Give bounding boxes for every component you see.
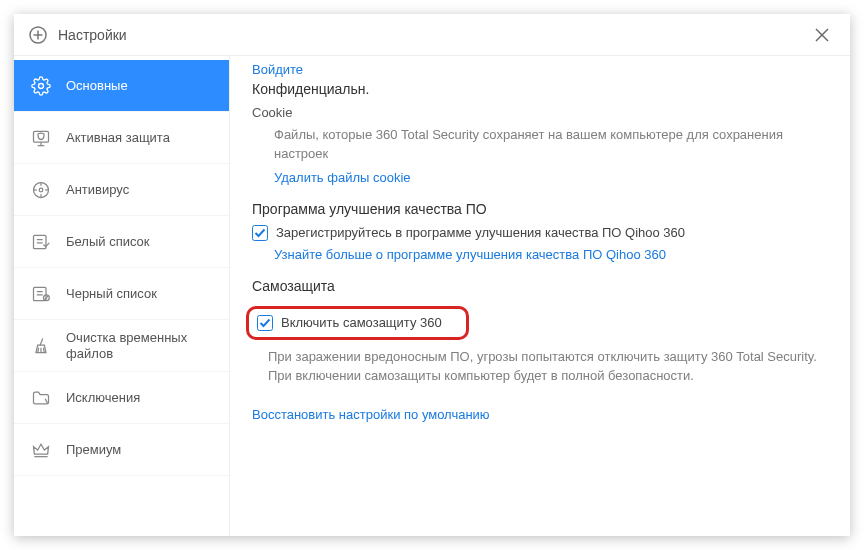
sidebar-item-label: Белый список (66, 234, 150, 249)
crown-icon (30, 439, 52, 461)
svg-point-8 (39, 188, 43, 192)
sidebar-item-cleanup[interactable]: Очистка временных файлов (14, 320, 229, 372)
sidebar-item-label: Антивирус (66, 182, 129, 197)
selfprotect-highlight: Включить самозащиту 360 (246, 306, 469, 340)
whitelist-icon (30, 231, 52, 253)
selfprotect-checkbox[interactable]: Включить самозащиту 360 (257, 315, 442, 331)
improvement-checkbox[interactable]: Зарегистрируйтесь в программе улучшения … (252, 225, 822, 241)
checkmark-icon (252, 225, 268, 241)
sidebar-item-label: Активная защита (66, 130, 170, 145)
selfprotect-heading: Самозащита (252, 278, 822, 294)
svg-rect-13 (34, 235, 47, 248)
checkmark-icon (257, 315, 273, 331)
broom-icon (30, 335, 52, 357)
close-button[interactable] (808, 21, 836, 49)
app-icon (28, 25, 48, 45)
sidebar-item-antivirus[interactable]: Антивирус (14, 164, 229, 216)
gear-icon (30, 75, 52, 97)
improvement-learn-more-link[interactable]: Узнайте больше о программе улучшения кач… (274, 247, 822, 262)
cookie-heading: Cookie (252, 105, 822, 120)
sidebar: Основные Активная защита Антивирус Белый… (14, 56, 230, 536)
sidebar-item-whitelist[interactable]: Белый список (14, 216, 229, 268)
sidebar-item-general[interactable]: Основные (14, 60, 229, 112)
sidebar-item-blacklist[interactable]: Черный список (14, 268, 229, 320)
sidebar-item-label: Очистка временных файлов (66, 330, 213, 361)
svg-line-17 (38, 347, 39, 352)
sidebar-item-active-protection[interactable]: Активная защита (14, 112, 229, 164)
svg-line-19 (44, 347, 45, 352)
sidebar-item-label: Основные (66, 78, 128, 93)
antivirus-icon (30, 179, 52, 201)
blacklist-icon (30, 283, 52, 305)
selfprotect-checkbox-label: Включить самозащиту 360 (281, 315, 442, 330)
cookie-description: Файлы, которые 360 Total Security сохран… (274, 126, 822, 164)
folder-icon (30, 387, 52, 409)
shield-monitor-icon (30, 127, 52, 149)
sidebar-item-label: Черный список (66, 286, 157, 301)
privacy-heading: Конфиденциальн. (252, 81, 822, 97)
sidebar-item-label: Премиум (66, 442, 121, 457)
sidebar-item-exclusions[interactable]: Исключения (14, 372, 229, 424)
delete-cookies-link[interactable]: Удалить файлы cookie (274, 170, 822, 185)
selfprotect-description: При заражении вредоносным ПО, угрозы поп… (268, 348, 822, 386)
svg-point-5 (39, 83, 44, 88)
restore-defaults-link[interactable]: Восстановить настройки по умолчанию (252, 407, 822, 422)
improvement-heading: Программа улучшения качества ПО (252, 201, 822, 217)
settings-window: Настройки Основные Активная защита (14, 14, 850, 536)
titlebar: Настройки (14, 14, 850, 56)
sidebar-item-premium[interactable]: Премиум (14, 424, 229, 476)
window-body: Основные Активная защита Антивирус Белый… (14, 56, 850, 536)
content-panel[interactable]: Войдите Конфиденциальн. Cookie Файлы, ко… (230, 56, 850, 536)
window-title: Настройки (58, 27, 127, 43)
sidebar-item-label: Исключения (66, 390, 140, 405)
login-link[interactable]: Войдите (252, 62, 822, 77)
improvement-checkbox-label: Зарегистрируйтесь в программе улучшения … (276, 225, 685, 240)
